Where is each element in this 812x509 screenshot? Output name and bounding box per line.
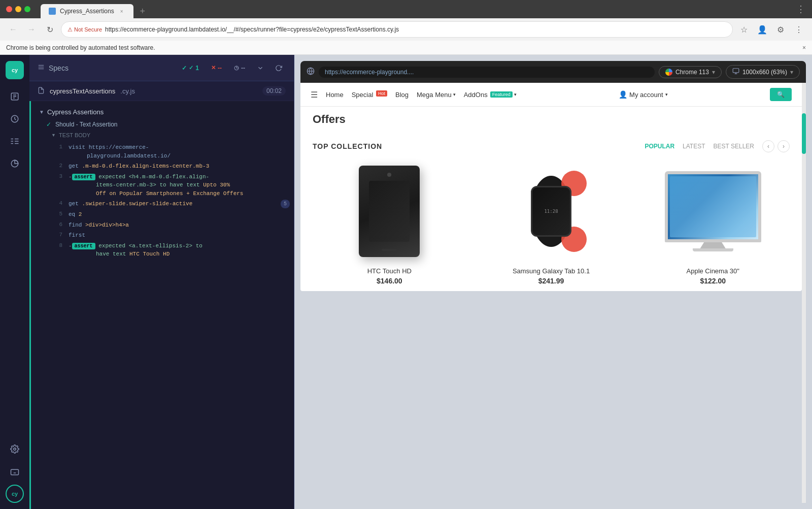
nav-blog[interactable]: Blog bbox=[395, 91, 409, 99]
offers-title: Offers bbox=[313, 113, 790, 126]
account-user-icon: 👤 bbox=[619, 90, 627, 99]
sidebar-nav-keyboard[interactable] bbox=[6, 462, 24, 481]
sidebar-nav-runs[interactable] bbox=[6, 110, 24, 128]
assert-badge-3: assert bbox=[72, 174, 95, 180]
product-image-3 bbox=[636, 161, 790, 262]
tab-latest[interactable]: LATEST bbox=[683, 143, 705, 150]
minimize-window-button[interactable] bbox=[15, 6, 21, 12]
close-window-button[interactable] bbox=[6, 6, 12, 12]
svg-text:cy: cy bbox=[12, 67, 18, 73]
profile-button[interactable]: 👤 bbox=[755, 22, 769, 37]
cypress-user-logo[interactable]: cy bbox=[6, 485, 24, 503]
tab-best-seller[interactable]: BEST SELLER bbox=[714, 143, 754, 150]
preview-resolution-selector[interactable]: 1000x660 (63%) ▾ bbox=[726, 65, 800, 79]
collection-title: TOP COLLECTION bbox=[313, 142, 382, 150]
menu-button[interactable]: ⋮ bbox=[792, 22, 806, 37]
preview-browser-selector[interactable]: Chrome 113 ▾ bbox=[659, 66, 722, 78]
back-button[interactable]: ← bbox=[6, 22, 20, 37]
hamburger-icon[interactable]: ☰ bbox=[311, 90, 318, 100]
preview-scrollbar-thumb[interactable] bbox=[802, 113, 806, 154]
suite-name-row[interactable]: ▼ Cypress Assertions bbox=[39, 108, 286, 116]
product-card-3: Apple Cinema 30" $122.00 bbox=[636, 161, 790, 285]
sidebar-nav-settings[interactable] bbox=[6, 440, 24, 458]
sidebar-nav-debug[interactable] bbox=[6, 132, 24, 150]
line4-badge: 5 bbox=[281, 200, 290, 208]
browser-settings-button[interactable]: ⋮ bbox=[796, 4, 806, 14]
nav-bar: ← → ↻ ⚠ Not Secure https://ecommerce-pla… bbox=[0, 18, 812, 41]
line-num-5: 5 bbox=[55, 210, 62, 217]
preview-scrollbar-track[interactable] bbox=[802, 83, 806, 503]
main-area: cy bbox=[0, 55, 812, 509]
code-line-7: 7 first bbox=[51, 230, 294, 241]
reload-test-button[interactable] bbox=[272, 61, 286, 75]
preview-url-bar[interactable]: https://ecommerce-playground.... bbox=[319, 67, 655, 78]
test-body-label-row[interactable]: ▼ TEST BODY bbox=[31, 130, 294, 140]
extensions-button[interactable]: ⚙ bbox=[773, 22, 788, 37]
reload-button[interactable]: ↻ bbox=[43, 22, 57, 37]
traffic-lights bbox=[6, 6, 30, 12]
test-pass-icon: ✓ bbox=[46, 121, 51, 128]
maximize-window-button[interactable] bbox=[24, 6, 30, 12]
file-icon bbox=[38, 87, 45, 96]
test-item[interactable]: ✓ Should - Text Assertion bbox=[31, 119, 294, 130]
fail-badge: ✕ -- bbox=[207, 63, 226, 73]
automation-bar: Chrome is being controlled by automated … bbox=[0, 41, 812, 55]
line-content-5: eq 2 bbox=[69, 210, 290, 219]
resolution-dropdown-icon: ▾ bbox=[790, 69, 793, 76]
product-name-1: HTC Touch HD bbox=[313, 267, 466, 275]
nav-addons[interactable]: AddOns Featured ▾ bbox=[464, 91, 517, 99]
file-time: 00:02 bbox=[262, 86, 286, 96]
address-bar[interactable]: ⚠ Not Secure https://ecommerce-playgroun… bbox=[61, 21, 733, 38]
product-card-2: 11:28 Samsung Galaxy Tab 10.1 $241.99 bbox=[475, 161, 628, 285]
file-item[interactable]: cypressTextAssertions .cy.js 00:02 bbox=[29, 81, 294, 101]
bookmark-button[interactable]: ☆ bbox=[737, 22, 751, 37]
addons-chevron: ▾ bbox=[514, 92, 517, 97]
line-content-3: -assert expected <h4.m-md-0.d-flex.align… bbox=[69, 173, 290, 198]
nav-special[interactable]: Special Hot bbox=[352, 91, 387, 99]
test-controls: ✓ 1 ✕ -- ◷ -- bbox=[178, 61, 286, 75]
line-num-3: 3 bbox=[55, 173, 62, 179]
next-arrow-button[interactable]: › bbox=[777, 140, 790, 152]
browser-preview: https://ecommerce-playground.... Chrome … bbox=[294, 55, 812, 509]
monitor-icon bbox=[732, 68, 739, 76]
line-num-1: 1 bbox=[55, 143, 62, 150]
tab-bar: Cypress_Assertions × + bbox=[41, 0, 150, 18]
code-line-4: 4 get .swiper-slide.swiper-slide-active … bbox=[51, 199, 294, 209]
search-button[interactable]: 🔍 bbox=[770, 88, 792, 101]
nav-mega-menu[interactable]: Mega Menu ▾ bbox=[417, 91, 456, 99]
product-name-3: Apple Cinema 30" bbox=[636, 267, 790, 275]
browser-dropdown-icon: ▾ bbox=[712, 69, 715, 76]
resolution-label: 1000x660 (63%) bbox=[742, 69, 787, 76]
collapse-button[interactable] bbox=[253, 61, 267, 75]
code-area: 1 visit https://ecommerce- playground.la… bbox=[31, 140, 294, 262]
specs-title: Specs bbox=[38, 63, 69, 72]
sidebar-nav-analytics[interactable] bbox=[6, 154, 24, 173]
pass-badge: ✓ 1 bbox=[178, 63, 203, 73]
addons-featured-badge: Featured bbox=[490, 91, 513, 98]
tab-close-button[interactable]: × bbox=[118, 8, 125, 15]
code-line-3: 3 -assert expected <h4.m-md-0.d-flex.ali… bbox=[51, 172, 294, 199]
automation-bar-close[interactable]: × bbox=[802, 44, 806, 51]
top-collection-section: TOP COLLECTION POPULAR LATEST BEST SELLE… bbox=[300, 134, 802, 291]
code-line-1: 1 visit https://ecommerce- playground.la… bbox=[51, 142, 294, 161]
collection-arrows: ‹ › bbox=[762, 140, 790, 152]
product-price-2: $241.99 bbox=[475, 277, 628, 285]
body-chevron-icon: ▼ bbox=[51, 133, 56, 138]
line-content-2: get .m-md-0.d-flex.align-items-center.mb… bbox=[69, 162, 290, 171]
prev-arrow-button[interactable]: ‹ bbox=[762, 140, 774, 152]
suite-name-text: Cypress Assertions bbox=[47, 108, 104, 116]
forward-button[interactable]: → bbox=[24, 22, 39, 37]
new-tab-button[interactable]: + bbox=[136, 4, 150, 18]
preview-toolbar: https://ecommerce-playground.... Chrome … bbox=[300, 61, 806, 83]
line-num-7: 7 bbox=[55, 231, 62, 238]
sidebar-nav-specs[interactable] bbox=[6, 87, 24, 106]
line-num-6: 6 bbox=[55, 221, 62, 228]
svg-rect-15 bbox=[11, 469, 19, 475]
nav-home[interactable]: Home bbox=[326, 91, 344, 99]
active-tab[interactable]: Cypress_Assertions × bbox=[41, 4, 133, 18]
code-line-6: 6 find >div>div>h4>a bbox=[51, 220, 294, 231]
nav-my-account[interactable]: 👤 My account ▾ bbox=[619, 90, 667, 99]
file-ext: .cy.js bbox=[120, 87, 135, 95]
tab-popular[interactable]: POPULAR bbox=[645, 143, 674, 150]
svg-point-14 bbox=[14, 448, 16, 451]
